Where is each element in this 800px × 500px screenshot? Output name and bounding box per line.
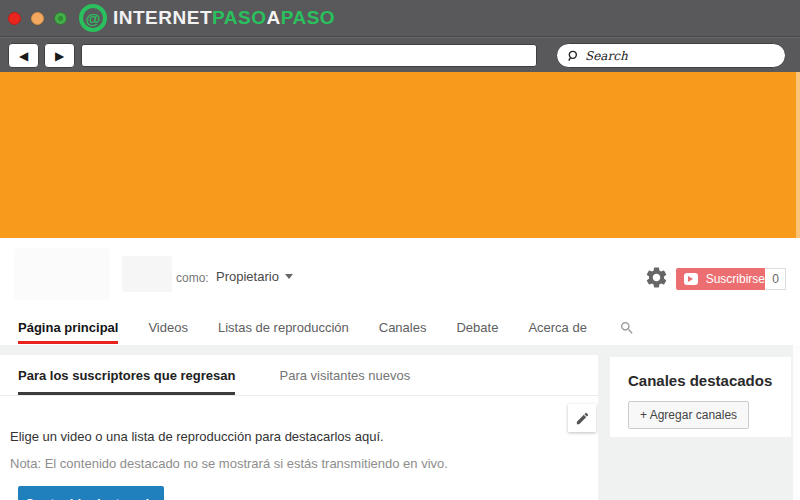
pencil-icon (575, 411, 590, 426)
logo-word-paso1: PASO (212, 7, 266, 29)
scrollbar-track[interactable] (793, 345, 800, 500)
minimize-window-button[interactable] (31, 12, 44, 25)
titlebar: @ INTERNETPASOAPASO (0, 0, 800, 37)
logo-word-a: A (266, 7, 280, 29)
channel-header: como: Propietario Suscribirse 0 (0, 238, 800, 310)
featured-subtabs: Para los suscriptores que regresan Para … (0, 355, 598, 396)
add-channels-button[interactable]: + Agregar canales (628, 401, 749, 429)
page-background: Para los suscriptores que regresan Para … (0, 345, 793, 500)
choose-video-text: Elige un video o una lista de reproducci… (10, 429, 384, 444)
subscribe-button[interactable]: Suscribirse (676, 268, 765, 290)
featured-channels-title: Canales destacados (628, 372, 791, 389)
close-window-button[interactable] (8, 12, 21, 25)
search-icon (619, 320, 635, 336)
subscribe-label: Suscribirse (706, 272, 765, 286)
subscriber-count-badge: 0 (766, 268, 786, 290)
forward-button[interactable]: ▶ (44, 43, 75, 68)
edit-featured-button[interactable] (568, 404, 596, 432)
channel-banner (0, 72, 800, 238)
channel-avatar-blurred (14, 248, 110, 300)
channel-search-button[interactable] (619, 310, 635, 345)
role-dropdown[interactable]: Propietario (216, 269, 293, 284)
forward-arrow-icon: ▶ (55, 49, 64, 63)
contenido-destacado-button[interactable]: Contenido destacado (18, 486, 164, 500)
internet-paso-a-paso-logo: @ INTERNETPASOAPASO (79, 4, 335, 32)
role-value: Propietario (216, 269, 279, 284)
subtab-visitantes-nuevos[interactable]: Para visitantes nuevos (279, 355, 410, 395)
featured-note-text: Nota: El contenido destacado no se mostr… (10, 456, 448, 471)
tab-pagina-principal[interactable]: Página principal (18, 310, 118, 345)
tab-debate[interactable]: Debate (456, 310, 498, 345)
banner-edge-strip (796, 72, 800, 238)
browser-window: @ INTERNETPASOAPASO ◀ ▶ Search como: (0, 0, 800, 500)
logo-text: INTERNETPASOAPASO (113, 7, 335, 29)
gear-icon (644, 265, 669, 290)
tab-canales[interactable]: Canales (379, 310, 427, 345)
address-bar[interactable] (81, 44, 537, 67)
search-placeholder: Search (585, 49, 628, 63)
tab-videos[interactable]: Videos (148, 310, 188, 345)
tab-acerca-de[interactable]: Acerca de (528, 310, 587, 345)
search-icon (567, 49, 581, 63)
logo-word-paso2: PASO (281, 7, 335, 29)
featured-channels-card: Canales destacados + Agregar canales (610, 357, 791, 437)
back-arrow-icon: ◀ (19, 49, 28, 63)
logo-word-internet: INTERNET (113, 7, 212, 29)
browser-search-field[interactable]: Search (556, 43, 786, 68)
youtube-play-icon (684, 273, 698, 285)
browser-toolbar: ◀ ▶ Search (0, 37, 800, 72)
back-button[interactable]: ◀ (8, 43, 39, 68)
viewing-as-label: como: (176, 271, 209, 285)
caret-down-icon (285, 274, 293, 279)
maximize-window-button[interactable] (54, 12, 67, 25)
channel-name-blurred (122, 256, 172, 292)
logo-at-icon: @ (79, 4, 107, 32)
featured-content-card: Para los suscriptores que regresan Para … (0, 355, 598, 500)
channel-tabs: Página principal Videos Listas de reprod… (0, 310, 800, 345)
subtab-suscriptores-que-regresan[interactable]: Para los suscriptores que regresan (18, 355, 235, 395)
channel-settings-button[interactable] (644, 265, 669, 290)
tab-listas-de-reproduccion[interactable]: Listas de reproducción (218, 310, 349, 345)
